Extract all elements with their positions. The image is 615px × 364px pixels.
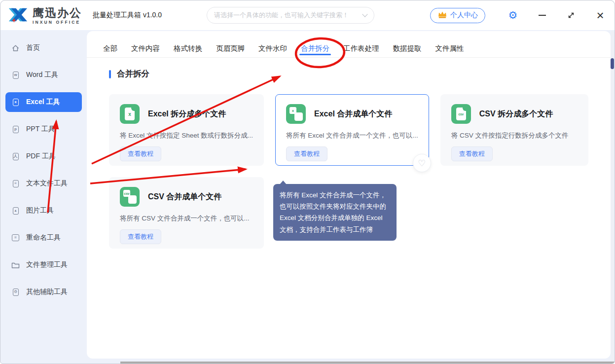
home-icon <box>11 44 20 52</box>
card-icon-label: csv <box>124 192 130 195</box>
close-button[interactable]: × <box>595 10 606 21</box>
section-accent-bar <box>109 70 111 78</box>
sidebar-item-folder[interactable]: 文件整理工具 <box>5 255 82 275</box>
category-tabs: 全部文件内容格式转换页眉页脚文件水印合并拆分工作表处理数据提取文件属性 <box>87 31 611 58</box>
crown-icon <box>437 10 447 20</box>
sidebar-item-excel-doc[interactable]: xExcel 工具 <box>5 92 82 112</box>
resize-icon <box>567 11 575 19</box>
sidebar-item-label: 首页 <box>26 43 40 52</box>
csv-merge-icon: csv <box>120 187 140 207</box>
card-title: Excel 拆分成多个文件 <box>148 109 226 119</box>
close-icon: × <box>596 10 604 21</box>
tab-8[interactable]: 文件属性 <box>435 40 464 57</box>
tool-card-2[interactable]: csvCSV 拆分成多个文件将 CSV 文件按指定行数拆分成多个文件查看教程 <box>440 94 588 166</box>
sidebar-item-label: 其他辅助工具 <box>26 288 68 296</box>
inxun-x-logo-icon <box>7 5 28 27</box>
search-placeholder: 请选择一个具体的功能，也可输入关键字搜索！ <box>214 11 349 20</box>
sidebar-item-image-doc[interactable]: ▴图片工具 <box>5 201 82 220</box>
sidebar-item-label: 图片工具 <box>26 206 54 215</box>
view-tutorial-button[interactable]: 查看教程 <box>120 229 161 244</box>
tab-7[interactable]: 数据提取 <box>393 40 422 57</box>
sidebar-item-label: PPT 工具 <box>26 125 55 134</box>
sidebar: 首页wWord 工具xExcel 工具pPPT 工具人PDF 工具≡文本文件工具… <box>0 30 87 364</box>
card-desc: 将所有 CSV 文件合并成一个文件，也可以... <box>120 214 253 223</box>
sidebar-item-word-doc[interactable]: wWord 工具 <box>5 65 82 85</box>
tool-card-3[interactable]: csvCSV 合并成单个文件将所有 CSV 文件合并成一个文件，也可以...查看… <box>109 177 264 249</box>
excel-split-icon: x <box>120 104 140 124</box>
sidebar-item-label: 重命名工具 <box>26 233 61 242</box>
view-tutorial-button[interactable]: 查看教程 <box>286 146 327 161</box>
user-center-label: 个人中心 <box>450 11 478 20</box>
tab-6[interactable]: 工作表处理 <box>343 40 379 57</box>
tab-1[interactable]: 文件内容 <box>131 40 160 57</box>
resize-button[interactable] <box>566 10 577 21</box>
card-desc: 将所有 Excel 文件合并成一个文件，也可以... <box>286 131 418 140</box>
misc-doc-icon: ⚙ <box>11 289 20 296</box>
rename-list-icon: ≡ <box>11 234 20 241</box>
topbar: 鹰迅办公 INXUN OFFICE 批量处理工具箱 v1.0.0 请选择一个具体… <box>0 0 615 30</box>
card-title: CSV 拆分成多个文件 <box>479 109 553 119</box>
minimize-button[interactable] <box>537 10 547 21</box>
scrollbar-track <box>611 31 614 362</box>
sidebar-item-label: Word 工具 <box>26 71 58 79</box>
tooltip: 将所有 Excel 文件合并成一个文件，也可以按照文件夹将对应文件夹中的 Exc… <box>273 184 397 241</box>
section-header: 合并拆分 <box>109 69 588 79</box>
function-search-select[interactable]: 请选择一个具体的功能，也可输入关键字搜索！ <box>207 7 374 24</box>
sidebar-item-pdf-doc[interactable]: 人PDF 工具 <box>5 146 82 166</box>
tool-card-0[interactable]: xExcel 拆分成多个文件将 Excel 文件按指定 Sheet 数或行数拆分… <box>109 94 264 166</box>
sidebar-item-text-doc[interactable]: ≡文本文件工具 <box>5 174 82 193</box>
excel-doc-icon: x <box>11 99 20 106</box>
card-title: CSV 合并成单个文件 <box>148 192 221 202</box>
ppt-doc-icon: p <box>11 126 20 133</box>
heart-icon: ♡ <box>418 159 426 168</box>
card-icon-label: x <box>128 111 131 117</box>
tab-5[interactable]: 合并拆分 <box>301 40 329 57</box>
view-tutorial-button[interactable]: 查看教程 <box>120 146 161 161</box>
card-title: Excel 合并成单个文件 <box>314 109 392 119</box>
app-logo: 鹰迅办公 INXUN OFFICE <box>7 5 82 27</box>
sidebar-item-home[interactable]: 首页 <box>5 38 82 58</box>
folder-icon <box>11 261 20 269</box>
sidebar-item-rename-list[interactable]: ≡重命名工具 <box>5 228 82 248</box>
sidebar-item-label: 文件整理工具 <box>26 260 68 269</box>
user-center-button[interactable]: 个人中心 <box>430 8 485 23</box>
tab-2[interactable]: 格式转换 <box>174 40 202 57</box>
tab-0[interactable]: 全部 <box>103 40 117 57</box>
card-icon-label: csv <box>458 112 464 116</box>
tool-card-1[interactable]: xExcel 合并成单个文件将所有 Excel 文件合并成一个文件，也可以...… <box>275 94 429 166</box>
section-title: 合并拆分 <box>117 69 149 79</box>
sidebar-item-label: Excel 工具 <box>26 98 60 107</box>
word-doc-icon: w <box>11 72 20 79</box>
excel-merge-icon: x <box>286 104 306 124</box>
taskbar-edge <box>120 362 615 364</box>
favorite-button[interactable]: ♡ <box>413 154 431 172</box>
sidebar-item-label: 文本文件工具 <box>26 179 68 188</box>
pdf-doc-icon: 人 <box>11 153 20 160</box>
app-name-en: INXUN OFFICE <box>33 20 82 25</box>
app-name: 鹰迅办公 <box>33 7 82 19</box>
chevron-down-icon <box>362 11 367 17</box>
card-desc: 将 Excel 文件按指定 Sheet 数或行数拆分成... <box>120 131 253 140</box>
card-desc: 将 CSV 文件按指定行数拆分成多个文件 <box>451 131 578 140</box>
sidebar-item-label: PDF 工具 <box>26 152 56 161</box>
app-window: 鹰迅办公 INXUN OFFICE 批量处理工具箱 v1.0.0 请选择一个具体… <box>0 0 615 364</box>
card-icon-label: x <box>292 109 294 112</box>
view-tutorial-button[interactable]: 查看教程 <box>451 146 493 161</box>
text-doc-icon: ≡ <box>11 180 20 187</box>
image-doc-icon: ▴ <box>11 207 20 215</box>
scrollbar-thumb[interactable] <box>611 58 614 69</box>
csv-split-icon: csv <box>451 104 471 124</box>
sidebar-item-misc-doc[interactable]: ⚙其他辅助工具 <box>5 282 82 302</box>
tab-4[interactable]: 文件水印 <box>258 40 287 57</box>
app-title: 批量处理工具箱 v1.0.0 <box>93 0 162 30</box>
minimize-icon <box>539 15 546 16</box>
tab-3[interactable]: 页眉页脚 <box>216 40 245 57</box>
sidebar-item-ppt-doc[interactable]: pPPT 工具 <box>5 119 82 139</box>
tooltip-text: 将所有 Excel 文件合并成一个文件，也可以按照文件夹将对应文件夹中的 Exc… <box>280 191 386 233</box>
settings-gear-icon[interactable]: ⚙ <box>507 10 518 21</box>
